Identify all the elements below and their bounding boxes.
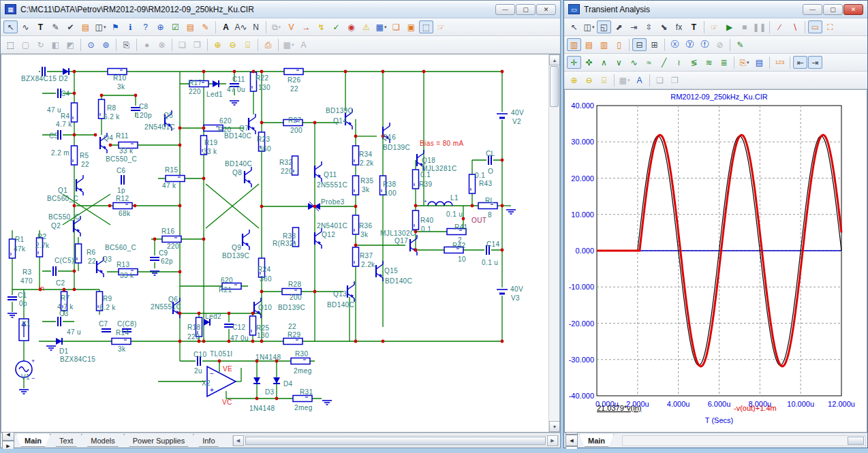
go-left-axis-icon[interactable]: ⇤ (793, 56, 807, 69)
cursor-next-icon[interactable]: ✜ (582, 56, 596, 69)
cursor-peak-icon[interactable]: ∧ (597, 56, 611, 69)
minimize-button[interactable]: — (495, 4, 515, 15)
component-menu-icon[interactable]: ◫▾ (93, 20, 108, 33)
minimize-button[interactable]: — (803, 4, 822, 15)
cursor-top-icon[interactable]: ≣ (717, 56, 731, 69)
schematic-horizontal-scrollbar[interactable]: ◀ ▶ (232, 435, 559, 446)
cursor-valley-icon[interactable]: ∨ (612, 56, 626, 69)
new-sheet-icon[interactable]: ❏ (389, 20, 403, 33)
select-mode-icon[interactable]: ↖ (3, 20, 18, 33)
flip-vertical-icon[interactable]: ◩ (63, 38, 78, 51)
send-back-icon[interactable]: ❐ (190, 38, 204, 51)
numeric-output-icon[interactable]: 123 (773, 56, 787, 69)
horizontal-cursor-icon[interactable]: ⊟ (632, 38, 647, 51)
cursor-grid-icon[interactable]: ⊞ (647, 38, 662, 51)
zoom-x-mode-icon[interactable]: ⇥ (627, 20, 641, 33)
warning-icon[interactable]: ⚠ (359, 20, 373, 33)
zoom-out-icon[interactable]: ⊖ (582, 74, 596, 87)
y-scale-icon[interactable]: ⓨ (683, 38, 697, 51)
font-tool-icon[interactable]: A (296, 38, 311, 51)
select-region-icon[interactable]: ⬚ (3, 38, 18, 51)
tab-main[interactable]: Main (579, 434, 614, 447)
schematic-vertical-scrollbar[interactable]: ▲ ▼ (548, 54, 559, 432)
properties-icon[interactable]: ☞ (707, 20, 722, 33)
pin-connect-mode-icon[interactable]: ✔ (63, 20, 78, 33)
plot-area[interactable]: RM2012-09_250kHz_Ku.CIR40.00030.00020.00… (564, 89, 867, 433)
no-scale-icon[interactable]: ⊘ (713, 38, 727, 51)
check-model-icon[interactable]: ☑ (168, 20, 183, 33)
zoom-out-icon[interactable]: ⊖ (226, 38, 240, 51)
show-pin-check-icon[interactable]: ✓ (329, 20, 343, 33)
scale-mode-icon[interactable]: ◱ (597, 20, 611, 33)
font-tool-icon[interactable]: A (632, 74, 647, 87)
tab-power-supplies[interactable]: Power Supplies (124, 434, 193, 447)
maximize-button[interactable]: ▢ (516, 4, 536, 15)
bring-front-icon[interactable]: ❏ (653, 74, 667, 87)
tab-models[interactable]: Models (82, 434, 123, 447)
flip-horizontal-icon[interactable]: ◧ (48, 38, 63, 51)
text-report-icon[interactable]: ▤ (752, 56, 766, 69)
scroll-right-icon[interactable]: ▶ (547, 435, 558, 446)
wire-mode-icon[interactable]: ∿ (18, 20, 33, 33)
zoom-in-icon[interactable]: ⊕ (567, 74, 581, 87)
select-box-mode-icon[interactable]: ⬚ (419, 20, 433, 33)
plot-grouped-icon[interactable]: ▤ (582, 38, 596, 51)
cursor-global-high-icon[interactable]: ≶ (687, 56, 701, 69)
scroll-up-icon[interactable]: ▲ (549, 54, 560, 65)
fx-scale-icon[interactable]: ⓕ (698, 38, 712, 51)
cursor-high-icon[interactable]: ∿ (627, 56, 641, 69)
tab-info[interactable]: Info (193, 434, 223, 447)
scroll-left-icon[interactable]: ◀ (233, 435, 244, 446)
zoom-xy-mode-icon[interactable]: ⬊ (657, 20, 671, 33)
edit-scales-icon[interactable]: ✎ (733, 38, 747, 51)
stop-button-icon[interactable]: ■ (737, 20, 751, 33)
find-next-icon[interactable]: ⊚ (99, 38, 113, 51)
show-node-voltages-icon[interactable]: V (284, 20, 298, 33)
pan-mode-icon[interactable]: ⬈ (612, 20, 626, 33)
step-box-icon[interactable]: ⧉▾ (269, 20, 283, 33)
find-text-icon[interactable]: A (219, 20, 233, 33)
schematic-titlebar[interactable]: ▦ C:\MC11\DATA\Petrov\RM2012-09\RM2012-0… (1, 1, 560, 18)
graphics-mode-icon[interactable]: ✎ (48, 20, 63, 33)
formula-mode-icon[interactable]: fx (672, 20, 686, 33)
cursor-bottom-icon[interactable]: ≋ (702, 56, 716, 69)
grid-menu-icon[interactable]: ▦▾ (281, 38, 296, 51)
sheet-properties-icon[interactable]: ▣ (404, 20, 418, 33)
transient-titlebar[interactable]: ▭ Transient Analysis — ▢ ✕ (564, 1, 867, 18)
auto-scale-icon[interactable]: ⛶ (823, 20, 837, 33)
page-nav-button[interactable]: ◀ (565, 435, 578, 446)
plot-split-icon[interactable]: ▥ (597, 38, 611, 51)
find-node-icon[interactable]: N (249, 20, 263, 33)
tab-main[interactable]: Main (16, 434, 50, 447)
select-mode-icon[interactable]: ↖ (567, 20, 581, 33)
tab-text[interactable]: Text (50, 434, 82, 447)
plot-single-icon[interactable]: ▯ (612, 38, 626, 51)
grid-menu-icon[interactable]: ▦▾ (617, 74, 632, 87)
plot-all-icon[interactable]: ▥ (567, 38, 581, 51)
zoom-in-icon[interactable]: ⊕ (211, 38, 225, 51)
go-right-axis-icon[interactable]: ⇥ (808, 56, 822, 69)
bring-front-icon[interactable]: ❏ (175, 38, 189, 51)
flag-mode-icon[interactable]: ⚑ (108, 20, 123, 33)
show-currents-icon[interactable]: → (299, 20, 313, 33)
link-mode-icon[interactable]: ⊕ (153, 20, 168, 33)
send-back-icon[interactable]: ❐ (668, 74, 682, 87)
box-tool-icon[interactable]: ▢ (18, 38, 33, 51)
sheet-list-icon[interactable]: ▤ (183, 20, 198, 33)
plot-horizontal-scrollbar[interactable] (622, 435, 866, 446)
positive-slope-icon[interactable]: ∕ (773, 20, 787, 33)
cursor-inflection-icon[interactable]: ≀ (672, 56, 686, 69)
find-waveform-icon[interactable]: A∿ (234, 20, 248, 33)
rotate-tool-icon[interactable]: ↻ (33, 38, 48, 51)
help-mode-icon[interactable]: ? (138, 20, 153, 33)
info-mode-icon[interactable]: ℹ (123, 20, 138, 33)
page-copy-icon[interactable]: ⎙ (261, 38, 275, 51)
run-button-icon[interactable]: ▶ (722, 20, 737, 33)
negative-slope-icon[interactable]: ∖ (788, 20, 802, 33)
properties-icon[interactable]: ☞ (434, 20, 448, 33)
text-mode-icon[interactable]: T (687, 20, 701, 33)
scrollbar-thumb[interactable] (550, 66, 559, 107)
zoom-y-mode-icon[interactable]: ⇳ (642, 20, 656, 33)
script-note-icon[interactable]: ⎘ (119, 38, 134, 51)
show-power-icon[interactable]: ↯ (314, 20, 328, 33)
